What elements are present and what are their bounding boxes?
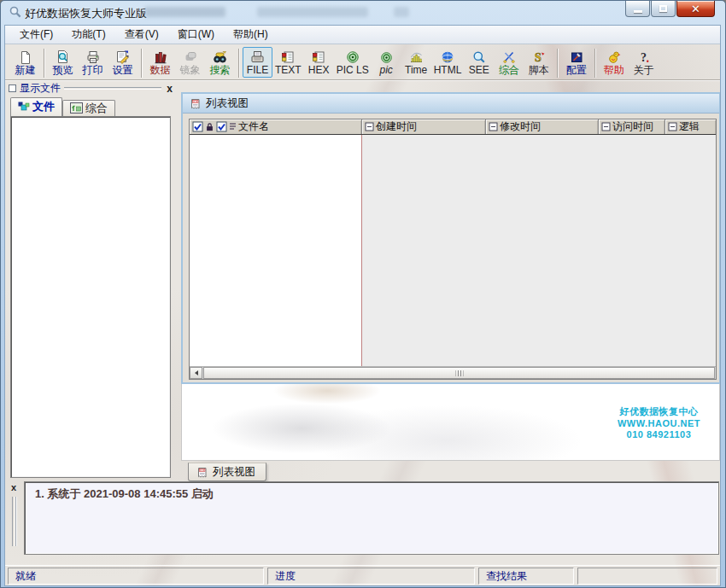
filename-column-area[interactable] xyxy=(190,135,362,366)
toolbar-button-time[interactable]: Time xyxy=(401,47,431,78)
list-view-title: 列表视图 xyxy=(206,96,249,111)
toolbar-button-comprehensive[interactable]: 综合 xyxy=(494,47,524,78)
script-s-icon: S xyxy=(532,49,546,64)
toolbar-button-mirror[interactable]: 镜象 xyxy=(175,47,205,78)
list-view-window: 列表视图 xyxy=(181,92,720,384)
toolbar-label: Time xyxy=(405,64,427,76)
svg-text:?: ? xyxy=(641,51,647,64)
table-header-row: 文件名 创建时间 修改时间 xyxy=(190,119,716,135)
toolbar-button-about[interactable]: ? 关于 xyxy=(629,47,659,78)
collapse-minus-icon[interactable] xyxy=(489,122,498,131)
close-icon: ✕ xyxy=(691,2,700,16)
column-header-filename[interactable]: 文件名 xyxy=(190,119,362,134)
collapse-minus-icon[interactable] xyxy=(601,122,611,131)
column-header-logical[interactable]: 逻辑 xyxy=(665,119,716,134)
tab-list-view-bottom[interactable]: 列表视图 xyxy=(188,463,266,481)
toolbar-label: 预览 xyxy=(53,64,73,76)
toolbar-button-text-view[interactable]: TEXT xyxy=(272,47,304,78)
minimize-icon xyxy=(634,10,642,13)
table-body[interactable] xyxy=(190,135,716,366)
log-output-box[interactable]: 1. 系统于 2021-09-08 14:45:55 启动 xyxy=(24,481,719,555)
toolbar-label: PIC LS xyxy=(337,64,369,76)
toolbar-button-preview[interactable]: 预览 xyxy=(48,47,78,78)
collapse-minus-icon[interactable] xyxy=(365,122,374,131)
toolbar-button-help[interactable]: 帮助 xyxy=(599,47,629,78)
toolbar-label: 搜索 xyxy=(210,64,231,76)
panel-divider xyxy=(64,87,161,90)
maximize-button[interactable] xyxy=(651,1,676,17)
toolbar-button-see[interactable]: SEE xyxy=(464,47,494,78)
mirror-icon xyxy=(184,49,197,64)
column-header-modified[interactable]: 修改时间 xyxy=(486,119,599,134)
tab-label: 文件 xyxy=(32,99,55,114)
toolbar-label: HTML xyxy=(434,64,462,76)
toolbar-button-settings[interactable]: 设置 xyxy=(108,47,138,78)
toolbar-separator xyxy=(594,49,595,78)
printer-icon xyxy=(86,49,100,64)
menu-function[interactable]: 功能(T) xyxy=(62,25,114,44)
horizontal-scrollbar[interactable] xyxy=(190,366,716,379)
column-header-accessed[interactable]: 访问时间 xyxy=(599,119,665,134)
toolbar-separator xyxy=(238,49,239,78)
panel-close-icon[interactable]: x xyxy=(165,84,174,93)
redacted-title-text xyxy=(394,7,409,17)
menu-view[interactable]: 查看(V) xyxy=(115,25,168,44)
scrollbar-grip-icon xyxy=(455,370,463,376)
binoculars-icon xyxy=(213,49,227,64)
tab-comprehensive[interactable]: 综合 xyxy=(62,100,115,116)
checkbox-icon[interactable] xyxy=(216,121,227,132)
toolbar-label: 配置 xyxy=(566,64,587,76)
tab-files[interactable]: 文件 xyxy=(10,97,62,116)
menu-window[interactable]: 窗口(W) xyxy=(168,25,224,44)
toolbar-label: 新建 xyxy=(15,64,36,76)
toolbar-separator xyxy=(141,49,142,78)
log-panel-handle[interactable]: x xyxy=(9,483,22,555)
collapse-minus-icon[interactable] xyxy=(668,122,677,131)
title-bar[interactable]: 好优数据恢复大师专业版 ✕ xyxy=(1,1,725,25)
settings-icon xyxy=(115,49,130,64)
doc-icon xyxy=(196,466,208,479)
list-view-titlebar[interactable]: 列表视图 xyxy=(183,94,719,114)
close-button[interactable]: ✕ xyxy=(676,1,715,17)
select-all-checkbox-icon[interactable] xyxy=(192,121,203,132)
hex-document-icon xyxy=(312,49,325,64)
toolbar-label: pic xyxy=(380,64,393,76)
globe-icon xyxy=(441,49,454,64)
status-progress: 进度 xyxy=(267,568,475,585)
toolbar-button-file-view[interactable]: FILE xyxy=(243,47,272,78)
tab-label: 列表视图 xyxy=(213,465,255,480)
files-cascade-icon xyxy=(18,102,30,113)
scroll-left-button[interactable] xyxy=(190,367,202,379)
menu-file[interactable]: 文件(F) xyxy=(10,25,62,44)
log-entry: 1. 系统于 2021-09-08 14:45:55 启动 xyxy=(35,486,711,502)
log-close-icon[interactable]: x xyxy=(9,483,22,492)
left-arrow-icon xyxy=(195,370,198,376)
toolbar-button-html[interactable]: HTML xyxy=(431,47,465,78)
text-document-icon xyxy=(281,49,295,64)
toolbar-button-print[interactable]: 打印 xyxy=(78,47,108,78)
window-title: 好优数据恢复大师专业版 xyxy=(25,6,147,21)
toolbar-label: FILE xyxy=(247,64,268,76)
toolbar-button-script[interactable]: S 脚本 xyxy=(524,47,553,78)
status-extra xyxy=(577,568,717,585)
doc-icon xyxy=(189,97,202,110)
toolbar-button-pic[interactable]: pic xyxy=(372,47,401,78)
lock-icon xyxy=(205,121,214,132)
file-list-box[interactable] xyxy=(10,116,171,478)
toolbar-label: 打印 xyxy=(83,64,103,76)
toolbar-button-config[interactable]: 配置 xyxy=(561,47,591,78)
minimize-button[interactable] xyxy=(625,1,650,17)
toolbar-button-data[interactable]: 数据 xyxy=(145,47,175,78)
scrollbar-thumb[interactable] xyxy=(203,367,715,379)
picture-frame-icon xyxy=(70,102,83,114)
file-machine-icon xyxy=(250,49,265,64)
toolbar-button-hex-view[interactable]: HEX xyxy=(304,47,334,78)
toolbar-button-search[interactable]: 搜索 xyxy=(205,47,235,78)
toolbar-button-pic-ls[interactable]: PIC LS xyxy=(334,47,372,78)
list-lines-icon xyxy=(229,121,237,132)
panel-square-icon xyxy=(9,84,16,92)
column-header-created[interactable]: 创建时间 xyxy=(362,119,486,134)
column-label: 文件名 xyxy=(238,119,269,134)
toolbar-button-new[interactable]: 新建 xyxy=(10,47,40,78)
menu-help[interactable]: 帮助(H) xyxy=(224,25,278,44)
